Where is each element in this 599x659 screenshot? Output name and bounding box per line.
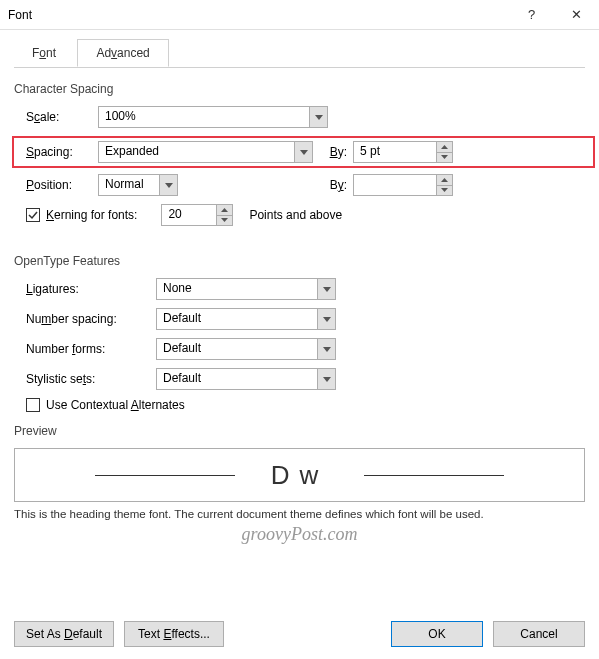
- arrow-down-icon[interactable]: [217, 216, 232, 226]
- tab-font[interactable]: Font: [14, 40, 74, 66]
- arrow-down-icon[interactable]: [437, 186, 452, 196]
- contextual-alternates-checkbox[interactable]: Use Contextual Alternates: [26, 398, 185, 412]
- spinner-arrows: [436, 142, 452, 162]
- preview-note: This is the heading theme font. The curr…: [14, 508, 585, 520]
- stylistic-sets-value: Default: [157, 369, 317, 389]
- titlebar: Font ? ✕: [0, 0, 599, 30]
- spacing-by-value: 5 pt: [354, 142, 436, 162]
- tab-strip: Font Advanced: [14, 38, 585, 68]
- arrow-up-icon[interactable]: [437, 175, 452, 186]
- spacing-by-label: By:: [319, 145, 347, 159]
- checkmark-icon: [26, 208, 40, 222]
- spinner-arrows: [216, 205, 232, 225]
- arrow-up-icon[interactable]: [217, 205, 232, 216]
- ok-button[interactable]: OK: [391, 621, 483, 647]
- number-forms-row: Number forms: Default: [14, 338, 585, 360]
- spinner-arrows: [436, 175, 452, 195]
- ligatures-value: None: [157, 279, 317, 299]
- chevron-down-icon: [309, 107, 327, 127]
- tab-font-label: Font: [32, 46, 56, 60]
- scale-label: Scale:: [26, 110, 92, 124]
- ligatures-row: Ligatures: None: [14, 278, 585, 300]
- stylistic-sets-label: Stylistic sets:: [26, 372, 150, 386]
- number-spacing-dropdown[interactable]: Default: [156, 308, 336, 330]
- kerning-label: Kerning for fonts:: [46, 208, 137, 222]
- help-button[interactable]: ?: [509, 0, 554, 30]
- position-by-value: [354, 175, 436, 195]
- stylistic-sets-dropdown[interactable]: Default: [156, 368, 336, 390]
- kerning-value: 20: [162, 205, 216, 225]
- chevron-down-icon: [317, 279, 335, 299]
- scale-value: 100%: [99, 107, 309, 127]
- position-by-label: By:: [184, 178, 347, 192]
- window-title: Font: [8, 8, 509, 22]
- tab-advanced-label: Advanced: [96, 46, 149, 60]
- kerning-checkbox[interactable]: Kerning for fonts:: [26, 208, 137, 222]
- chevron-down-icon: [317, 309, 335, 329]
- ligatures-dropdown[interactable]: None: [156, 278, 336, 300]
- kerning-spinner[interactable]: 20: [161, 204, 233, 226]
- watermark: groovyPost.com: [14, 524, 585, 545]
- spacing-dropdown[interactable]: Expanded: [98, 141, 313, 163]
- cancel-button[interactable]: Cancel: [493, 621, 585, 647]
- checkbox-empty-icon: [26, 398, 40, 412]
- set-as-default-button[interactable]: Set As Default: [14, 621, 114, 647]
- preview-box: Dw: [14, 448, 585, 502]
- text-effects-button[interactable]: Text Effects...: [124, 621, 224, 647]
- spacing-by-spinner[interactable]: 5 pt: [353, 141, 453, 163]
- preview-line-left: [95, 475, 235, 476]
- position-dropdown[interactable]: Normal: [98, 174, 178, 196]
- chevron-down-icon: [317, 339, 335, 359]
- contextual-alternates-label: Use Contextual Alternates: [46, 398, 185, 412]
- contextual-alternates-row: Use Contextual Alternates: [14, 398, 585, 412]
- opentype-group-label: OpenType Features: [14, 254, 585, 268]
- chevron-down-icon: [294, 142, 312, 162]
- preview-label: Preview: [14, 424, 585, 438]
- number-forms-dropdown[interactable]: Default: [156, 338, 336, 360]
- preview-line-right: [364, 475, 504, 476]
- close-button[interactable]: ✕: [554, 0, 599, 30]
- chevron-down-icon: [317, 369, 335, 389]
- character-spacing-group-label: Character Spacing: [14, 82, 585, 96]
- spacing-label: Spacing:: [26, 145, 92, 159]
- position-value: Normal: [99, 175, 159, 195]
- position-by-spinner[interactable]: [353, 174, 453, 196]
- dialog-content: Font Advanced Character Spacing Scale: 1…: [0, 30, 599, 553]
- arrow-up-icon[interactable]: [437, 142, 452, 153]
- number-spacing-row: Number spacing: Default: [14, 308, 585, 330]
- chevron-down-icon: [159, 175, 177, 195]
- tab-advanced[interactable]: Advanced: [77, 39, 168, 67]
- arrow-down-icon[interactable]: [437, 153, 452, 163]
- number-spacing-label: Number spacing:: [26, 312, 150, 326]
- dialog-footer: Set As Default Text Effects... OK Cancel: [14, 621, 585, 647]
- kerning-row: Kerning for fonts: 20 Points and above: [14, 204, 585, 226]
- position-label: Position:: [26, 178, 92, 192]
- stylistic-sets-row: Stylistic sets: Default: [14, 368, 585, 390]
- scale-row: Scale: 100%: [14, 106, 585, 128]
- ligatures-label: Ligatures:: [26, 282, 150, 296]
- position-row: Position: Normal By:: [14, 174, 585, 196]
- number-forms-label: Number forms:: [26, 342, 150, 356]
- points-above-label: Points and above: [249, 208, 342, 222]
- number-spacing-value: Default: [157, 309, 317, 329]
- number-forms-value: Default: [157, 339, 317, 359]
- spacing-value: Expanded: [99, 142, 294, 162]
- scale-dropdown[interactable]: 100%: [98, 106, 328, 128]
- preview-sample-text: Dw: [271, 460, 329, 491]
- spacing-row: Spacing: Expanded By: 5 pt: [12, 136, 595, 168]
